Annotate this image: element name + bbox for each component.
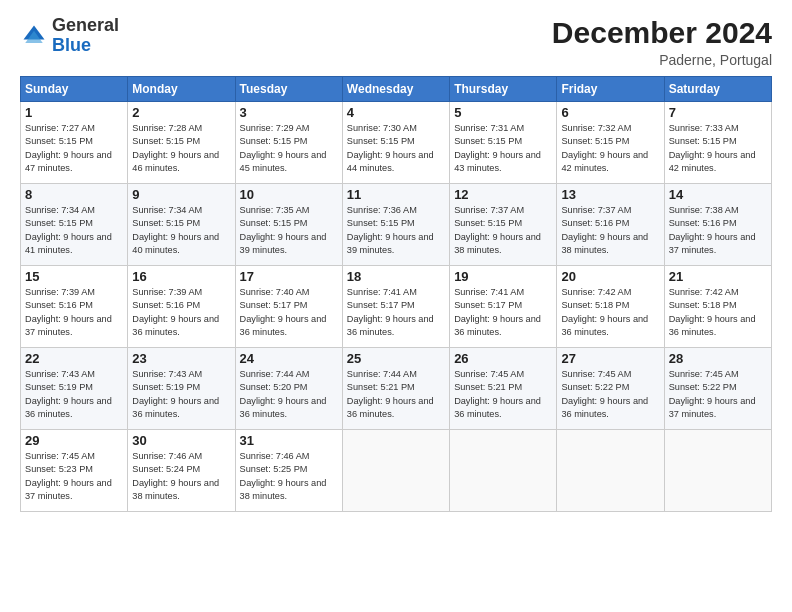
calendar-week-row: 22Sunrise: 7:43 AMSunset: 5:19 PMDayligh…: [21, 348, 772, 430]
calendar-cell: 29Sunrise: 7:45 AMSunset: 5:23 PMDayligh…: [21, 430, 128, 512]
day-number: 20: [561, 269, 659, 284]
day-info: Sunrise: 7:31 AMSunset: 5:15 PMDaylight:…: [454, 122, 552, 175]
day-number: 17: [240, 269, 338, 284]
day-number: 25: [347, 351, 445, 366]
day-info: Sunrise: 7:46 AMSunset: 5:24 PMDaylight:…: [132, 450, 230, 503]
day-number: 8: [25, 187, 123, 202]
logo-icon: [20, 22, 48, 50]
day-info: Sunrise: 7:29 AMSunset: 5:15 PMDaylight:…: [240, 122, 338, 175]
calendar-header-tuesday: Tuesday: [235, 77, 342, 102]
day-number: 11: [347, 187, 445, 202]
day-number: 2: [132, 105, 230, 120]
day-number: 29: [25, 433, 123, 448]
calendar-week-row: 8Sunrise: 7:34 AMSunset: 5:15 PMDaylight…: [21, 184, 772, 266]
day-number: 16: [132, 269, 230, 284]
day-number: 12: [454, 187, 552, 202]
day-number: 1: [25, 105, 123, 120]
calendar-cell: 3Sunrise: 7:29 AMSunset: 5:15 PMDaylight…: [235, 102, 342, 184]
calendar-cell: 5Sunrise: 7:31 AMSunset: 5:15 PMDaylight…: [450, 102, 557, 184]
calendar-cell: 7Sunrise: 7:33 AMSunset: 5:15 PMDaylight…: [664, 102, 771, 184]
calendar-cell: 11Sunrise: 7:36 AMSunset: 5:15 PMDayligh…: [342, 184, 449, 266]
day-info: Sunrise: 7:41 AMSunset: 5:17 PMDaylight:…: [454, 286, 552, 339]
day-info: Sunrise: 7:45 AMSunset: 5:21 PMDaylight:…: [454, 368, 552, 421]
calendar-cell: 8Sunrise: 7:34 AMSunset: 5:15 PMDaylight…: [21, 184, 128, 266]
day-info: Sunrise: 7:44 AMSunset: 5:20 PMDaylight:…: [240, 368, 338, 421]
day-info: Sunrise: 7:32 AMSunset: 5:15 PMDaylight:…: [561, 122, 659, 175]
calendar-header-thursday: Thursday: [450, 77, 557, 102]
day-number: 7: [669, 105, 767, 120]
logo-text-blue: Blue: [52, 35, 91, 55]
calendar-cell: 17Sunrise: 7:40 AMSunset: 5:17 PMDayligh…: [235, 266, 342, 348]
day-number: 28: [669, 351, 767, 366]
calendar-header-sunday: Sunday: [21, 77, 128, 102]
day-number: 13: [561, 187, 659, 202]
day-info: Sunrise: 7:33 AMSunset: 5:15 PMDaylight:…: [669, 122, 767, 175]
day-number: 4: [347, 105, 445, 120]
month-title: December 2024: [552, 16, 772, 50]
page-header: General Blue December 2024 Paderne, Port…: [20, 16, 772, 68]
day-info: Sunrise: 7:44 AMSunset: 5:21 PMDaylight:…: [347, 368, 445, 421]
day-number: 21: [669, 269, 767, 284]
day-number: 15: [25, 269, 123, 284]
calendar-cell: 9Sunrise: 7:34 AMSunset: 5:15 PMDaylight…: [128, 184, 235, 266]
calendar-header-friday: Friday: [557, 77, 664, 102]
calendar-cell: 27Sunrise: 7:45 AMSunset: 5:22 PMDayligh…: [557, 348, 664, 430]
day-number: 5: [454, 105, 552, 120]
day-info: Sunrise: 7:45 AMSunset: 5:22 PMDaylight:…: [669, 368, 767, 421]
calendar-cell: 14Sunrise: 7:38 AMSunset: 5:16 PMDayligh…: [664, 184, 771, 266]
day-info: Sunrise: 7:39 AMSunset: 5:16 PMDaylight:…: [132, 286, 230, 339]
day-info: Sunrise: 7:40 AMSunset: 5:17 PMDaylight:…: [240, 286, 338, 339]
day-number: 10: [240, 187, 338, 202]
day-info: Sunrise: 7:38 AMSunset: 5:16 PMDaylight:…: [669, 204, 767, 257]
day-info: Sunrise: 7:37 AMSunset: 5:15 PMDaylight:…: [454, 204, 552, 257]
calendar-cell: 21Sunrise: 7:42 AMSunset: 5:18 PMDayligh…: [664, 266, 771, 348]
calendar-cell: 24Sunrise: 7:44 AMSunset: 5:20 PMDayligh…: [235, 348, 342, 430]
calendar-cell: [342, 430, 449, 512]
calendar-cell: 16Sunrise: 7:39 AMSunset: 5:16 PMDayligh…: [128, 266, 235, 348]
calendar-header-row: SundayMondayTuesdayWednesdayThursdayFrid…: [21, 77, 772, 102]
location-subtitle: Paderne, Portugal: [552, 52, 772, 68]
calendar-cell: 20Sunrise: 7:42 AMSunset: 5:18 PMDayligh…: [557, 266, 664, 348]
day-info: Sunrise: 7:46 AMSunset: 5:25 PMDaylight:…: [240, 450, 338, 503]
day-info: Sunrise: 7:30 AMSunset: 5:15 PMDaylight:…: [347, 122, 445, 175]
day-info: Sunrise: 7:43 AMSunset: 5:19 PMDaylight:…: [25, 368, 123, 421]
day-info: Sunrise: 7:28 AMSunset: 5:15 PMDaylight:…: [132, 122, 230, 175]
day-number: 18: [347, 269, 445, 284]
day-number: 24: [240, 351, 338, 366]
day-info: Sunrise: 7:45 AMSunset: 5:23 PMDaylight:…: [25, 450, 123, 503]
calendar-cell: [557, 430, 664, 512]
day-number: 30: [132, 433, 230, 448]
day-info: Sunrise: 7:42 AMSunset: 5:18 PMDaylight:…: [561, 286, 659, 339]
calendar-cell: 1Sunrise: 7:27 AMSunset: 5:15 PMDaylight…: [21, 102, 128, 184]
day-number: 9: [132, 187, 230, 202]
day-number: 27: [561, 351, 659, 366]
calendar-cell: [664, 430, 771, 512]
calendar-cell: 26Sunrise: 7:45 AMSunset: 5:21 PMDayligh…: [450, 348, 557, 430]
calendar-cell: 12Sunrise: 7:37 AMSunset: 5:15 PMDayligh…: [450, 184, 557, 266]
day-number: 14: [669, 187, 767, 202]
day-number: 31: [240, 433, 338, 448]
day-number: 23: [132, 351, 230, 366]
calendar-cell: 23Sunrise: 7:43 AMSunset: 5:19 PMDayligh…: [128, 348, 235, 430]
day-info: Sunrise: 7:43 AMSunset: 5:19 PMDaylight:…: [132, 368, 230, 421]
calendar-cell: 22Sunrise: 7:43 AMSunset: 5:19 PMDayligh…: [21, 348, 128, 430]
day-info: Sunrise: 7:37 AMSunset: 5:16 PMDaylight:…: [561, 204, 659, 257]
logo: General Blue: [20, 16, 119, 56]
calendar-header-wednesday: Wednesday: [342, 77, 449, 102]
calendar-week-row: 29Sunrise: 7:45 AMSunset: 5:23 PMDayligh…: [21, 430, 772, 512]
day-number: 6: [561, 105, 659, 120]
calendar-cell: 28Sunrise: 7:45 AMSunset: 5:22 PMDayligh…: [664, 348, 771, 430]
calendar-cell: 4Sunrise: 7:30 AMSunset: 5:15 PMDaylight…: [342, 102, 449, 184]
title-block: December 2024 Paderne, Portugal: [552, 16, 772, 68]
day-info: Sunrise: 7:34 AMSunset: 5:15 PMDaylight:…: [132, 204, 230, 257]
day-info: Sunrise: 7:36 AMSunset: 5:15 PMDaylight:…: [347, 204, 445, 257]
calendar-cell: 18Sunrise: 7:41 AMSunset: 5:17 PMDayligh…: [342, 266, 449, 348]
calendar-cell: 6Sunrise: 7:32 AMSunset: 5:15 PMDaylight…: [557, 102, 664, 184]
calendar-cell: 30Sunrise: 7:46 AMSunset: 5:24 PMDayligh…: [128, 430, 235, 512]
day-info: Sunrise: 7:34 AMSunset: 5:15 PMDaylight:…: [25, 204, 123, 257]
calendar-cell: [450, 430, 557, 512]
calendar-cell: 2Sunrise: 7:28 AMSunset: 5:15 PMDaylight…: [128, 102, 235, 184]
calendar-cell: 13Sunrise: 7:37 AMSunset: 5:16 PMDayligh…: [557, 184, 664, 266]
calendar-header-saturday: Saturday: [664, 77, 771, 102]
calendar-cell: 10Sunrise: 7:35 AMSunset: 5:15 PMDayligh…: [235, 184, 342, 266]
